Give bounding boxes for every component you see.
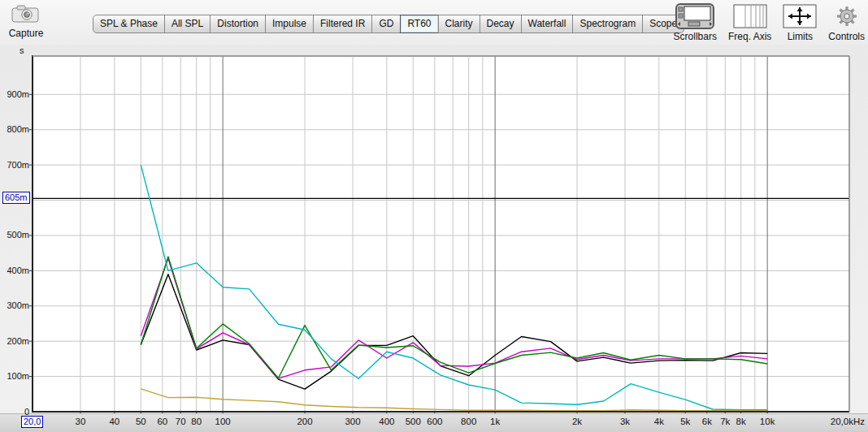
- y-tick-label: 300m: [0, 300, 29, 310]
- rt60-graph-area[interactable]: s900m800m700m500m400m300m200m100m0605m30…: [0, 45, 868, 432]
- x-tick-label: 300: [335, 417, 371, 426]
- x-tick-label: 100: [205, 417, 241, 426]
- y-tick-label: 900m: [0, 89, 29, 99]
- x-tick-label: 200: [287, 417, 323, 426]
- x-cursor-readout: 20,0: [21, 416, 43, 428]
- y-tick-label: 700m: [0, 160, 29, 170]
- x-tick-label: 2k: [559, 417, 595, 426]
- x-tick-label: 600: [417, 417, 453, 426]
- x-axis-end-label: 20,0kHz: [805, 417, 865, 426]
- y-tick-label: 100m: [0, 371, 29, 381]
- y-tick-label: 800m: [0, 124, 29, 134]
- x-tick-label: 1k: [477, 417, 513, 426]
- y-tick-label: 0: [0, 407, 29, 417]
- y-tick-label: 400m: [0, 266, 29, 275]
- x-tick-label: 30: [63, 417, 98, 426]
- plot-background: [33, 56, 849, 412]
- y-cursor-readout: 605m: [2, 192, 30, 204]
- y-axis-unit: s: [20, 45, 24, 55]
- y-tick-label: 200m: [0, 336, 29, 346]
- x-tick-label: 10k: [749, 417, 785, 426]
- y-tick-label: 500m: [0, 230, 29, 240]
- x-tick-label: 3k: [607, 417, 643, 426]
- rt60-plot[interactable]: [0, 0, 868, 432]
